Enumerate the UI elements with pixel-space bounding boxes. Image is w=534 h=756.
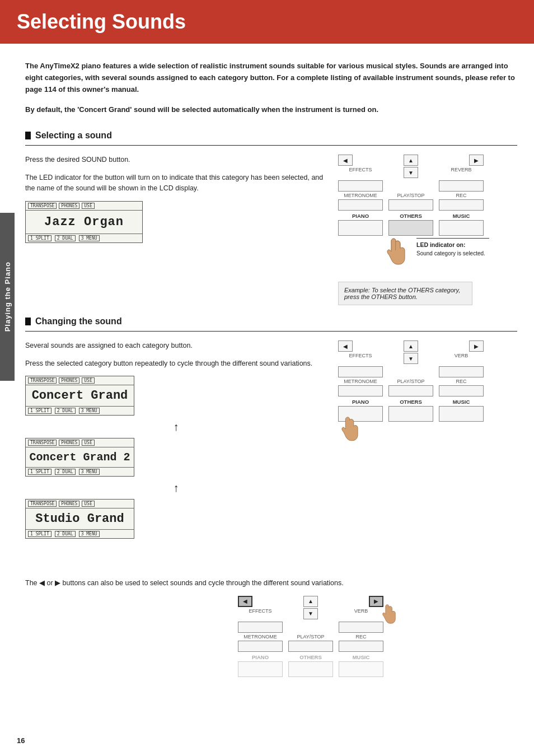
lcd2-2-main: Concert Grand 2: [26, 447, 134, 467]
section1-body2: The LED indicator for the button will tu…: [25, 172, 327, 194]
reverb-btn-2[interactable]: [439, 366, 484, 377]
section2-heading: Changing the sound: [25, 316, 517, 326]
lcd1-menu: 3 MENU: [79, 235, 100, 241]
bottom-diagram-row: ◀ ▲ ▶ EFFECTS: [25, 596, 517, 677]
music-label-3: MUSIC: [339, 654, 383, 660]
music-label-2: MUSIC: [439, 399, 484, 405]
down-arrow-btn-2[interactable]: ▼: [404, 353, 418, 364]
others-label-2: OTHERS: [388, 399, 433, 405]
lcd1-transpose: TRANSPOSE: [28, 203, 57, 209]
section2-content: Several sounds are assigned to each cate…: [25, 340, 517, 544]
metronome-btn-2[interactable]: [338, 385, 383, 396]
piano-big-btn-3[interactable]: [238, 661, 283, 677]
example-note: Example: To select the OTHERS category, …: [338, 282, 472, 305]
others-big-btn[interactable]: [388, 220, 433, 236]
example-text: Example: To select the OTHERS category, …: [344, 287, 460, 300]
play-stop-label: PLAY/STOP: [388, 193, 433, 198]
music-big-btn-3[interactable]: [339, 661, 383, 677]
section1-body1: Press the desired SOUND button.: [25, 155, 327, 165]
rec-label-3: REC: [339, 634, 383, 640]
bottom-left-spacer: [25, 596, 238, 677]
intro-paragraph1: The AnyTimeX2 piano features a wide sele…: [25, 60, 517, 95]
piano-big-btn[interactable]: [338, 220, 383, 236]
main-content: The AnyTimeX2 piano features a wide sele…: [0, 44, 534, 694]
section1-left: Press the desired SOUND button. The LED …: [25, 155, 327, 305]
down-arrow-btn[interactable]: ▼: [404, 167, 418, 178]
section2-divider: [25, 331, 517, 332]
led-indicator-label: LED indicator on:: [416, 241, 466, 248]
side-tab-label: Playing the Piano: [3, 262, 12, 332]
effects-label-3: EFFECTS: [238, 608, 283, 619]
up-arrow-btn-3[interactable]: ▲: [303, 596, 318, 607]
section1-divider: [25, 145, 517, 146]
left-arrow-btn[interactable]: ◀: [338, 155, 353, 166]
rec-btn-2[interactable]: [439, 385, 484, 396]
music-big-btn-2[interactable]: [439, 406, 484, 422]
rec-label: REC: [439, 193, 484, 198]
effects-label-2: EFFECTS: [338, 353, 383, 364]
lcd1-top-bar: TRANSPOSE PHONES USE: [26, 202, 142, 211]
section1-heading: Selecting a sound: [25, 130, 517, 141]
page-header: Selecting Sounds: [0, 0, 534, 44]
hand-cursor: [381, 238, 411, 270]
right-arrow-btn[interactable]: ▶: [469, 155, 484, 166]
lcd-display-1: TRANSPOSE PHONES USE Jazz Organ 1 SPLIT …: [25, 201, 143, 243]
lcd2-2-bottom: 1 SPLIT 2 DUAL 3 MENU: [26, 467, 134, 476]
metronome-label-2: METRONOME: [338, 379, 383, 384]
reverb-btn[interactable]: [439, 180, 484, 192]
effects-btn-2[interactable]: [338, 366, 383, 377]
lcd2-1-main: Concert Grand: [26, 385, 134, 406]
hand-cursor-2: [336, 417, 364, 446]
section2-left: Several sounds are assigned to each cate…: [25, 340, 327, 544]
play-stop-btn[interactable]: [388, 199, 433, 211]
music-label: MUSIC: [439, 213, 484, 219]
piano-diagram-1: ◀ ▲ ▶ EFFECTS ▼ REVERB: [338, 155, 517, 305]
others-big-btn-2[interactable]: [388, 406, 433, 422]
lcd2-3-bottom: 1 SPLIT 2 DUAL 3 MENU: [26, 529, 134, 538]
piano-diagram-2: ◀ ▲ ▶ EFFECTS ▼ VERB: [338, 340, 517, 422]
intro-paragraph2: By default, the 'Concert Grand' sound wi…: [25, 105, 517, 114]
section1-content: Press the desired SOUND button. The LED …: [25, 155, 517, 305]
metronome-btn-3[interactable]: [238, 641, 283, 652]
rec-btn[interactable]: [439, 199, 484, 211]
left-arrow-btn-2[interactable]: ◀: [338, 340, 353, 352]
others-label: OTHERS: [388, 213, 433, 219]
metronome-label: METRONOME: [338, 193, 383, 198]
others-big-btn-3[interactable]: [288, 661, 333, 677]
rec-btn-3[interactable]: [339, 641, 383, 652]
metronome-label-3: METRONOME: [238, 634, 283, 640]
arrow-up-2: ↑: [25, 482, 327, 493]
lcd1-dual: 2 DUAL: [55, 235, 76, 241]
lcd2-1-bottom: 1 SPLIT 2 DUAL 3 MENU: [26, 406, 134, 415]
up-arrow-btn-2[interactable]: ▲: [404, 340, 418, 352]
reverb-label-2: VERB: [439, 353, 484, 364]
section1-right: ◀ ▲ ▶ EFFECTS ▼ REVERB: [338, 155, 517, 305]
down-arrow-btn-3[interactable]: ▼: [303, 608, 318, 619]
lcd2-1-top: TRANSPOSE PHONES USE: [26, 376, 134, 385]
music-big-btn[interactable]: [439, 220, 484, 236]
led-indicator-desc: Sound category is selected.: [416, 250, 485, 256]
play-stop-label-2: PLAY/STOP: [388, 379, 433, 384]
piano-big-btn-2[interactable]: [338, 406, 383, 422]
lcd2-3-main: Studio Grand: [26, 508, 134, 529]
effects-btn-3[interactable]: [238, 622, 283, 633]
metronome-btn[interactable]: [338, 199, 383, 211]
lcd1-use: USE: [82, 203, 94, 209]
lcd-concert-grand-2: TRANSPOSE PHONES USE Concert Grand 2 1 S…: [25, 438, 134, 477]
reverb-btn-3[interactable]: [339, 622, 383, 633]
section-selecting-sound: Selecting a sound Press the desired SOUN…: [25, 130, 517, 305]
piano-label: PIANO: [338, 213, 383, 219]
lcd1-bottom-bar: 1 SPLIT 2 DUAL 3 MENU: [26, 234, 142, 242]
play-stop-btn-2[interactable]: [388, 385, 433, 396]
arrow-up-1: ↑: [25, 421, 327, 432]
effects-btn[interactable]: [338, 180, 383, 192]
play-stop-label-3: PLAY/STOP: [288, 634, 333, 640]
right-arrow-btn-2[interactable]: ▶: [469, 340, 484, 352]
play-stop-btn-3[interactable]: [288, 641, 333, 652]
page-title: Selecting Sounds: [17, 10, 517, 34]
lcd2-2-top: TRANSPOSE PHONES USE: [26, 438, 134, 447]
up-arrow-btn[interactable]: ▲: [404, 155, 418, 166]
section2-body3: The ◀ or ▶ buttons can also be used to s…: [25, 578, 517, 589]
section-changing-sound: Changing the sound Several sounds are as…: [25, 316, 517, 676]
left-arrow-btn-3[interactable]: ◀: [238, 596, 252, 607]
